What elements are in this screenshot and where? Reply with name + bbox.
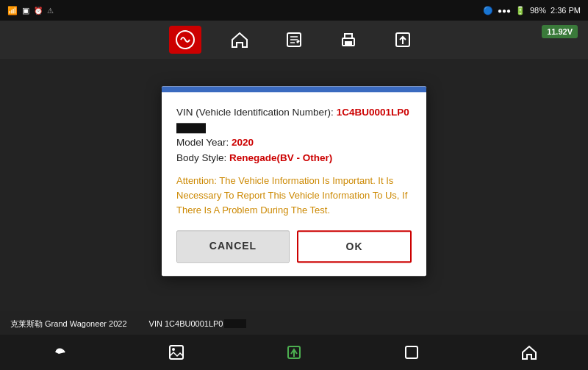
dialog-buttons: CANCEL OK [176, 230, 412, 266]
export-button[interactable] [387, 26, 419, 54]
home-nav-button[interactable] [507, 338, 551, 366]
svg-rect-13 [406, 346, 417, 358]
vehicle-name: 克莱斯勒 Grand Wagoneer 2022 [10, 316, 127, 330]
battery-icon: 🔋 [515, 6, 526, 15]
wifi-icon: ▣ [22, 6, 29, 15]
back-nav-button[interactable] [37, 338, 81, 366]
model-year-label: Model Year: [176, 138, 229, 149]
battery-voltage: 11.92V [542, 25, 578, 38]
svg-rect-6 [345, 41, 352, 45]
diagnostic-button[interactable] [169, 26, 201, 54]
ok-button[interactable]: OK [297, 230, 412, 263]
status-bar-right: 🔵 ●●● 🔋 98% 2:36 PM [483, 6, 581, 15]
vin-label: VIN (Vehicle Identification Number): [176, 107, 334, 118]
gallery-nav-button[interactable] [154, 338, 198, 366]
clock-icon: ⏰ [34, 7, 43, 15]
signal-icon: ●●● [498, 7, 511, 15]
bluetooth-icon: 🔵 [483, 6, 493, 15]
sim-icon: 📶 [7, 6, 18, 15]
edit-button[interactable] [278, 26, 310, 54]
status-bar: 📶 ▣ ⏰ ⚠ 🔵 ●●● 🔋 98% 2:36 PM [0, 0, 588, 21]
vehicle-info-dialog: VIN (Vehicle Identification Number): 1C4… [162, 86, 426, 276]
body-style-label: Body Style: [176, 153, 226, 164]
alert-icon: ⚠ [47, 7, 54, 15]
svg-rect-9 [170, 346, 183, 359]
model-year-value: 2020 [232, 138, 254, 149]
top-toolbar [0, 21, 588, 59]
cancel-button[interactable]: CANCEL [176, 230, 290, 263]
vehicle-vin: VIN 1C4BU0001LP0 [149, 316, 247, 330]
dialog-body: VIN (Vehicle Identification Number): 1C4… [162, 92, 426, 276]
window-nav-button[interactable] [390, 338, 434, 366]
share-nav-button[interactable] [272, 338, 316, 366]
bottom-info-bar: 克莱斯勒 Grand Wagoneer 2022 VIN 1C4BU0001LP… [0, 311, 588, 335]
vin-redacted [176, 123, 206, 133]
time-display: 2:36 PM [551, 6, 581, 15]
home-button[interactable] [223, 26, 256, 54]
print-button[interactable] [332, 26, 365, 54]
battery-percent: 98% [530, 6, 546, 15]
bottom-nav-bar [0, 335, 588, 370]
dialog-vin-info: VIN (Vehicle Identification Number): 1C4… [176, 105, 412, 167]
status-bar-left: 📶 ▣ ⏰ ⚠ [7, 6, 54, 15]
dialog-header [162, 86, 426, 92]
vin-value: 1C4BU0001LP0 [337, 107, 409, 118]
vin-redacted-bottom [224, 319, 246, 328]
dialog-attention-text: Attention: The Vehicle Information Is Im… [176, 174, 412, 218]
main-content: VIN (Vehicle Identification Number): 1C4… [0, 59, 588, 333]
svg-point-10 [172, 348, 175, 351]
body-style-value: Renegade(BV - Other) [229, 153, 332, 164]
